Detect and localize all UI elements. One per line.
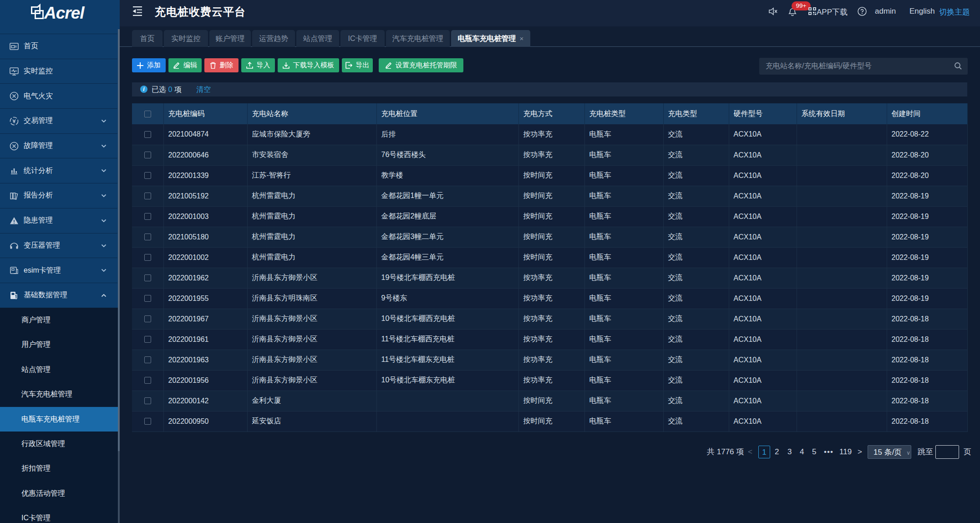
svg-text:Acrel: Acrel: [44, 4, 85, 22]
